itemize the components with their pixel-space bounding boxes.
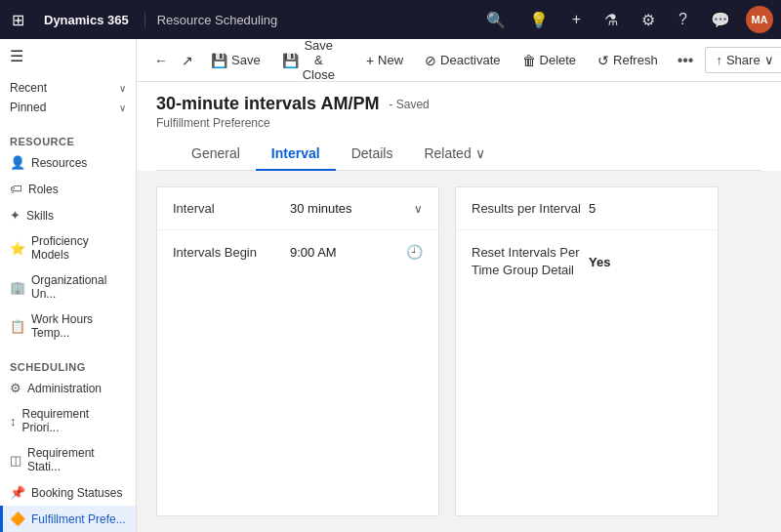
scheduling-section-label: Scheduling: [0, 353, 136, 375]
recent-label: Recent: [10, 81, 47, 95]
sidebar-item-booking-label: Booking Statuses: [31, 486, 122, 500]
reset-intervals-value: Yes: [589, 255, 610, 269]
sidebar-item-work-hours-label: Work Hours Temp...: [31, 312, 126, 340]
page-subtitle: Fulfillment Preference: [156, 116, 761, 130]
tab-related[interactable]: Related ∨: [408, 138, 500, 171]
new-label: New: [378, 53, 403, 67]
more-options-button[interactable]: •••: [670, 47, 702, 74]
sidebar-item-admin-label: Administration: [27, 382, 102, 395]
form-content: Interval 30 minutes ∨ Intervals Begin 9:…: [137, 171, 781, 532]
interval-card: Interval 30 minutes ∨ Intervals Begin 9:…: [156, 186, 439, 516]
skills-icon: ✦: [10, 208, 21, 223]
settings-icon[interactable]: ⚙: [634, 7, 663, 33]
intervals-begin-value-container[interactable]: 9:00 AM 🕘: [290, 244, 423, 260]
save-label: Save: [231, 53, 261, 67]
filter-icon[interactable]: ⚗: [596, 7, 626, 33]
new-button[interactable]: + New: [356, 48, 413, 73]
save-icon: 💾: [211, 53, 227, 68]
resources-icon: 👤: [10, 155, 25, 170]
roles-icon: 🏷: [10, 182, 22, 196]
resource-section-label: Resource: [0, 128, 136, 149]
content-area: ← ↗ 💾 Save 💾 Save & Close + New ⊘ Deacti…: [137, 39, 781, 532]
share-label: Share: [726, 53, 760, 67]
refresh-icon: ↺: [597, 53, 609, 68]
deactivate-label: Deactivate: [440, 53, 500, 67]
results-per-interval-value: 5: [589, 201, 596, 216]
req-priority-icon: ↕: [10, 414, 17, 429]
intervals-begin-value: 9:00 AM: [290, 245, 337, 260]
sidebar-item-resources[interactable]: 👤 Resources: [0, 149, 136, 176]
sidebar-item-skills-label: Skills: [26, 209, 54, 223]
recent-section: Recent ∨ Pinned ∨: [0, 73, 136, 120]
chat-icon[interactable]: 💬: [703, 7, 738, 33]
sidebar-item-work-hours[interactable]: 📋 Work Hours Temp...: [0, 307, 136, 346]
results-card: Results per Interval 5 Reset Intervals P…: [455, 186, 719, 516]
saved-badge: - Saved: [389, 98, 429, 111]
sidebar-item-req-status-label: Requirement Stati...: [27, 446, 126, 473]
sidebar-item-booking[interactable]: 📌 Booking Statuses: [0, 479, 136, 506]
save-button[interactable]: 💾 Save: [201, 48, 270, 73]
refresh-button[interactable]: ↺ Refresh: [588, 48, 668, 73]
forward-button[interactable]: ↗: [176, 49, 199, 72]
refresh-label: Refresh: [613, 53, 658, 67]
clock-icon: 🕘: [406, 244, 423, 260]
pinned-group[interactable]: Pinned ∨: [0, 97, 136, 116]
sidebar-item-resources-label: Resources: [31, 156, 87, 170]
deactivate-button[interactable]: ⊘ Deactivate: [415, 48, 510, 73]
org-icon: 🏢: [10, 280, 25, 295]
interval-label: Interval: [173, 201, 290, 216]
sidebar-item-proficiency[interactable]: ⭐ Proficiency Models: [0, 228, 136, 267]
search-icon[interactable]: 🔍: [478, 7, 514, 33]
delete-button[interactable]: 🗑 Delete: [513, 48, 587, 73]
share-chevron-icon: ∨: [764, 53, 774, 67]
plus-icon[interactable]: +: [564, 7, 589, 32]
tab-details[interactable]: Details: [336, 138, 409, 171]
lightbulb-icon[interactable]: 💡: [521, 7, 556, 33]
tab-interval[interactable]: Interval: [256, 138, 336, 171]
command-bar: ← ↗ 💾 Save 💾 Save & Close + New ⊘ Deacti…: [137, 39, 781, 82]
tab-general[interactable]: General: [176, 138, 256, 171]
booking-icon: 📌: [10, 485, 25, 500]
sidebar: ☰ Recent ∨ Pinned ∨ Resource 👤 Resources…: [0, 39, 137, 532]
page-header: 30-minute intervals AM/PM - Saved Fulfil…: [137, 82, 781, 171]
back-button[interactable]: ←: [148, 49, 174, 72]
sidebar-item-admin[interactable]: ⚙ Administration: [0, 375, 136, 401]
share-button[interactable]: ↑ Share ∨: [705, 47, 781, 73]
sidebar-item-fulfillment[interactable]: 🔶 Fulfillment Prefe...: [0, 506, 136, 532]
sidebar-item-org-label: Organizational Un...: [31, 273, 126, 301]
sidebar-item-req-status[interactable]: ◫ Requirement Stati...: [0, 440, 136, 479]
req-status-icon: ◫: [10, 453, 21, 468]
hamburger-icon[interactable]: ☰: [10, 47, 23, 65]
sidebar-item-proficiency-label: Proficiency Models: [31, 234, 126, 262]
work-hours-icon: 📋: [10, 319, 25, 334]
help-icon[interactable]: ?: [671, 7, 695, 32]
save-close-icon: 💾: [282, 53, 299, 68]
title-row: 30-minute intervals AM/PM - Saved: [156, 94, 761, 114]
reset-intervals-row: Reset Intervals Per Time Group Detail Ye…: [456, 230, 718, 293]
sidebar-item-fulfillment-label: Fulfillment Prefe...: [31, 512, 126, 526]
pinned-chevron: ∨: [119, 102, 126, 113]
interval-value-container[interactable]: 30 minutes ∨: [290, 201, 423, 216]
sidebar-item-org[interactable]: 🏢 Organizational Un...: [0, 267, 136, 307]
avatar[interactable]: MA: [746, 6, 773, 33]
fulfillment-icon: 🔶: [10, 512, 25, 526]
reset-intervals-label: Reset Intervals Per Time Group Detail: [472, 244, 589, 279]
module-label: Resource Scheduling: [144, 13, 278, 27]
sidebar-item-req-priority[interactable]: ↕ Requirement Priori...: [0, 401, 136, 440]
deactivate-icon: ⊘: [425, 53, 436, 68]
interval-value: 30 minutes: [290, 201, 352, 216]
top-navigation: ⊞ Dynamics 365 Resource Scheduling 🔍 💡 +…: [0, 0, 781, 39]
new-icon: +: [366, 53, 374, 68]
share-icon: ↑: [716, 53, 722, 67]
grid-icon[interactable]: ⊞: [8, 7, 28, 33]
sidebar-item-roles[interactable]: 🏷 Roles: [0, 176, 136, 202]
delete-label: Delete: [540, 53, 577, 67]
save-close-button[interactable]: 💾 Save & Close: [272, 39, 345, 87]
sidebar-item-skills[interactable]: ✦ Skills: [0, 202, 136, 228]
delete-icon: 🗑: [522, 53, 536, 68]
recent-group[interactable]: Recent ∨: [0, 77, 136, 97]
interval-dropdown-icon: ∨: [414, 202, 423, 216]
page-title: 30-minute intervals AM/PM: [156, 94, 379, 114]
sidebar-toggle[interactable]: ☰: [0, 39, 136, 73]
related-chevron-icon: ∨: [475, 145, 485, 161]
